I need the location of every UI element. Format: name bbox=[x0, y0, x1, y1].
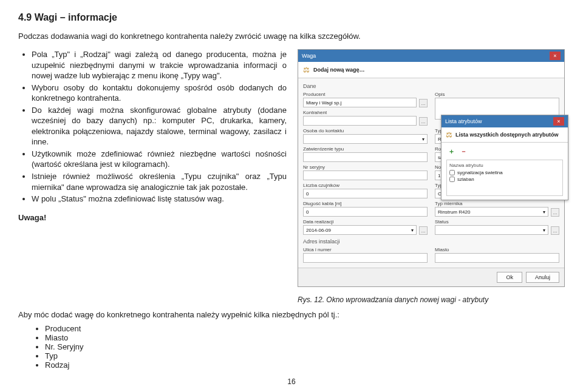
list-item: Producent bbox=[45, 324, 565, 333]
bullet-item: Wyboru osoby do kontaktu dokonujemy spoś… bbox=[32, 83, 287, 104]
chevron-down-icon: ▾ bbox=[543, 228, 545, 233]
bullet-item: Do każdej wagi można skonfigurować globa… bbox=[32, 105, 287, 147]
chevron-down-icon: ▾ bbox=[422, 137, 424, 142]
ok-button[interactable]: Ok bbox=[497, 272, 522, 283]
dlugosc-input[interactable]: 0 bbox=[303, 207, 428, 217]
dlugosc-label: Długość kabla [m] bbox=[303, 201, 428, 206]
data-value: 2014-06-09 bbox=[306, 228, 331, 233]
window-header-text: Dodaj nową wagę… bbox=[313, 67, 365, 73]
window-header: ⚖ Dodaj nową wagę… bbox=[298, 62, 564, 78]
zatw-label: Zatwierdzenie typu bbox=[303, 146, 428, 152]
intro-text: Podczas dodawania wagi do konkretnego ko… bbox=[18, 32, 565, 41]
list-item: Nr. Seryjny bbox=[45, 342, 565, 351]
ellipsis-button[interactable]: … bbox=[419, 117, 428, 126]
producent-label: Producent bbox=[303, 92, 428, 97]
add-icon[interactable]: ＋ bbox=[446, 146, 456, 156]
list-item: Rodzaj bbox=[45, 360, 565, 370]
producent-input[interactable]: Miary i Wagi sp.j bbox=[303, 98, 417, 107]
status-input[interactable]: ▾ bbox=[435, 225, 548, 235]
zatw-input[interactable] bbox=[303, 152, 428, 162]
ellipsis-button[interactable]: … bbox=[419, 226, 428, 235]
bullet-item: Pola „Typ" i „Rodzaj" wagi zależą od dan… bbox=[32, 49, 287, 81]
nrser-label: Nr seryjny bbox=[303, 164, 428, 170]
typmier-input[interactable]: Rinstrum R420▾ bbox=[435, 207, 548, 217]
opis-label: Opis bbox=[435, 92, 559, 97]
data-label: Data realizacji bbox=[303, 219, 428, 225]
attribute-row[interactable]: sygnalizacja świetlna bbox=[449, 170, 560, 175]
attribute-name: szlaban bbox=[457, 177, 474, 182]
ulica-label: Ulica i numer bbox=[303, 247, 428, 252]
attribute-list: Nazwa atrybutu sygnalizacja świetlna szl… bbox=[446, 160, 563, 196]
bullet-item: Użytkownik może zdefiniować również niez… bbox=[32, 149, 287, 170]
ellipsis-button[interactable]: … bbox=[551, 226, 559, 235]
attribute-column-header: Nazwa atrybutu bbox=[449, 163, 560, 168]
figure-caption: Rys. 12. Okno wprowadzania danych nowej … bbox=[298, 296, 565, 304]
lista-atrybutow-window: Lista atrybutów × ⚖ Lista wszystkich dos… bbox=[441, 115, 568, 200]
data-input[interactable]: 2014-06-09▾ bbox=[303, 225, 417, 235]
main-bullet-list: Pola „Typ" i „Rodzaj" wagi zależą od dan… bbox=[18, 49, 287, 204]
status-label: Status bbox=[435, 219, 559, 225]
ellipsis-button[interactable]: … bbox=[419, 99, 428, 107]
page-number: 16 bbox=[287, 377, 295, 386]
checkbox[interactable] bbox=[449, 170, 455, 175]
nrser-input[interactable] bbox=[303, 171, 428, 180]
group-label-adres: Adres instalacji bbox=[303, 238, 559, 245]
scale-icon: ⚖ bbox=[446, 130, 452, 139]
section-heading: 4.9 Wagi – informacje bbox=[18, 12, 565, 23]
window-header: ⚖ Lista wszystkich dostępnych atrybutów bbox=[442, 127, 568, 143]
after-text: Aby móc dodać wagę do konkretnego kontra… bbox=[18, 310, 565, 319]
chevron-down-icon: ▾ bbox=[411, 228, 414, 233]
miasto-input[interactable] bbox=[435, 253, 559, 263]
chevron-down-icon: ▾ bbox=[543, 209, 545, 215]
window-header-text: Lista wszystkich dostępnych atrybutów bbox=[455, 132, 559, 138]
typmier-value: Rinstrum R420 bbox=[438, 209, 470, 215]
required-fields-list: Producent Miasto Nr. Seryjny Typ Rodzaj bbox=[18, 324, 565, 370]
kontrahent-label: Kontrahent bbox=[303, 110, 428, 115]
attribute-row[interactable]: szlaban bbox=[449, 177, 560, 182]
cancel-button[interactable]: Anuluj bbox=[526, 272, 559, 283]
ulica-input[interactable] bbox=[303, 253, 428, 263]
miasto-label: Miasto bbox=[435, 247, 559, 252]
close-icon[interactable]: × bbox=[550, 52, 561, 60]
osoba-label: Osoba do kontaktu bbox=[303, 128, 428, 133]
list-item: Typ bbox=[45, 351, 565, 360]
window-titlebar: Waga × bbox=[298, 50, 564, 62]
osoba-input[interactable]: ▾ bbox=[303, 134, 428, 144]
typmier-label: Typ miernika bbox=[435, 201, 559, 206]
remove-icon[interactable]: － bbox=[459, 146, 468, 156]
warning-heading: Uwaga! bbox=[18, 213, 287, 222]
bullet-item: Istnieje również możliwość określenia „T… bbox=[32, 171, 287, 192]
window-title-text: Lista atrybutów bbox=[445, 118, 482, 124]
scale-icon: ⚖ bbox=[303, 66, 310, 74]
group-label-dane: Dane bbox=[303, 83, 559, 89]
attribute-name: sygnalizacja świetlna bbox=[457, 170, 503, 175]
kontrahent-input[interactable] bbox=[303, 116, 417, 126]
close-icon[interactable]: × bbox=[553, 117, 564, 126]
ellipsis-button[interactable]: … bbox=[551, 208, 559, 217]
liczba-label: Liczba czujników bbox=[303, 183, 428, 188]
bullet-item: W polu „Status" można zdefiniować listę … bbox=[32, 194, 287, 204]
window-title-text: Waga bbox=[302, 53, 316, 59]
checkbox[interactable] bbox=[449, 177, 455, 182]
window-titlebar: Lista atrybutów × bbox=[442, 115, 568, 127]
list-item: Miasto bbox=[45, 333, 565, 342]
liczba-input[interactable]: 0 bbox=[303, 189, 428, 198]
